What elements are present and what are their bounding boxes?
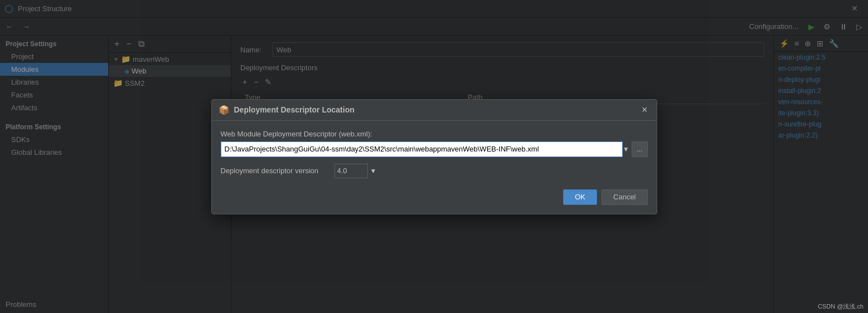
dialog-web-module-label: Web Module Deployment Descriptor (web.xm… [221, 130, 648, 138]
version-dropdown-arrow-icon: ▼ [370, 167, 377, 175]
dialog-version-row: Deployment descriptor version ▼ [221, 164, 648, 178]
dialog-actions: OK Cancel [221, 185, 648, 205]
dialog-title-text: Deployment Descriptor Location [234, 105, 635, 114]
deployment-descriptor-dialog: 📦 Deployment Descriptor Location × Web M… [211, 99, 657, 214]
dialog-title-icon: 📦 [219, 105, 230, 115]
dialog-overlay: 📦 Deployment Descriptor Location × Web M… [0, 0, 868, 313]
dialog-version-label: Deployment descriptor version [221, 167, 332, 175]
watermark: CSDN @浅浅.ch [818, 302, 864, 311]
dropdown-arrow-icon: ▼ [623, 145, 629, 153]
dialog-path-row: ▼ ... [221, 141, 648, 157]
dialog-title-bar: 📦 Deployment Descriptor Location × [212, 100, 657, 121]
dialog-close-button[interactable]: × [639, 104, 650, 116]
dialog-cancel-button[interactable]: Cancel [602, 189, 647, 205]
dialog-version-input[interactable] [334, 164, 368, 178]
dialog-path-input[interactable] [221, 141, 623, 157]
dialog-ok-button[interactable]: OK [563, 189, 597, 205]
dialog-body: Web Module Deployment Descriptor (web.xm… [212, 121, 657, 214]
dialog-browse-button[interactable]: ... [632, 141, 648, 157]
